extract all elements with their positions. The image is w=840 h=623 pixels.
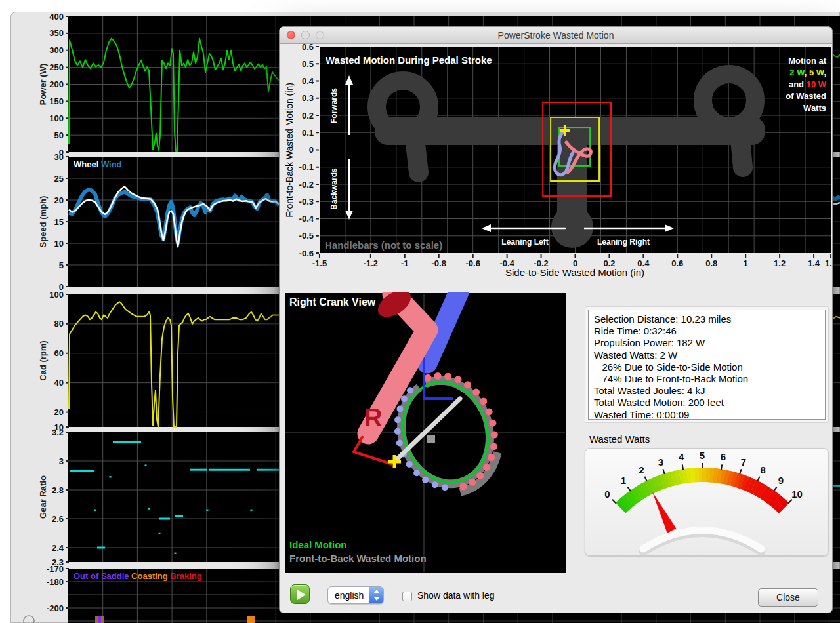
svg-text:25: 25 — [54, 174, 64, 184]
wasted-watts-gauge: 012345678910 — [585, 448, 829, 556]
svg-text:7: 7 — [741, 456, 746, 468]
svg-text:200: 200 — [49, 79, 64, 89]
svg-text:-1.2: -1.2 — [364, 258, 378, 268]
checkbox-label: Show data with leg — [417, 590, 495, 601]
svg-text:-0.2: -0.2 — [299, 180, 314, 190]
svg-text:9: 9 — [778, 475, 784, 486]
partial-icon — [24, 616, 34, 623]
svg-text:0: 0 — [604, 489, 610, 500]
svg-text:30: 30 — [54, 152, 64, 162]
svg-text:6: 6 — [721, 451, 726, 462]
play-button[interactable] — [290, 584, 310, 604]
stat-line: Selection Distance: 10.23 miles — [594, 313, 820, 325]
svg-text:3.2: 3.2 — [52, 428, 64, 437]
ideal-motion-legend: Ideal Motion — [289, 539, 347, 550]
handlebars-label: Handlebars (not to scale) — [325, 239, 442, 251]
svg-text:10: 10 — [791, 489, 803, 500]
close-button[interactable]: Close — [758, 588, 818, 607]
screen: 400350300250200150100500Power (W)3025201… — [0, 0, 840, 623]
wasted-motion-legend: Front-to-Back Wasted Motion — [289, 553, 427, 564]
svg-text:-0.1: -0.1 — [299, 162, 314, 172]
stat-line: Total Wasted Motion: 200 feet — [594, 397, 820, 409]
svg-text:15: 15 — [54, 217, 64, 227]
wasted-motion-chart: -1.5-1.2-1-0.8-0.6-0.4-0.200.20.40.60.81… — [280, 44, 833, 292]
svg-text:0.6: 0.6 — [302, 44, 314, 52]
dropdown-stepper-icon — [369, 587, 383, 603]
svg-text:0.6: 0.6 — [671, 258, 683, 268]
svg-text:10: 10 — [54, 239, 64, 249]
stats-text: Selection Distance: 10.23 milesRide Time… — [588, 310, 826, 420]
svg-text:and 10 W: and 10 W — [789, 79, 827, 89]
language-dropdown[interactable]: english — [327, 586, 384, 604]
gauge-needle — [652, 492, 676, 533]
svg-text:-0.4: -0.4 — [299, 214, 314, 224]
hub-marker — [427, 435, 435, 443]
svg-text:-0.6: -0.6 — [465, 258, 480, 268]
svg-text:-0.5: -0.5 — [299, 231, 314, 241]
svg-text:3: 3 — [59, 456, 64, 466]
stat-line: 74% Due to Front-to-Back Motion — [594, 373, 820, 385]
svg-text:2.8: 2.8 — [52, 485, 64, 495]
stat-line: Propulsion Power: 182 W — [594, 337, 820, 349]
svg-text:150: 150 — [49, 96, 64, 106]
stat-line: Wasted Time: 0:00:09 — [594, 409, 820, 420]
svg-text:Motion at: Motion at — [788, 56, 826, 66]
svg-text:0.4: 0.4 — [302, 76, 314, 86]
stat-line: Total Wasted Joules: 4 kJ — [594, 385, 820, 397]
leaning-right-label: Leaning Right — [597, 237, 650, 247]
right-leg-label: R — [364, 404, 382, 432]
svg-text:5: 5 — [59, 260, 64, 270]
svg-text:-200: -200 — [47, 603, 64, 613]
svg-text:-170: -170 — [47, 564, 64, 574]
svg-text:4: 4 — [679, 451, 684, 462]
svg-text:Wheel Wind: Wheel Wind — [74, 159, 122, 169]
svg-text:250: 250 — [49, 62, 64, 72]
svg-text:Watts: Watts — [803, 103, 826, 113]
x-axis-label: Side-to-Side Wasted Motion (in) — [505, 267, 644, 278]
svg-text:3: 3 — [658, 456, 663, 468]
svg-text:-1: -1 — [401, 258, 409, 268]
svg-text:40: 40 — [54, 378, 64, 388]
svg-text:5: 5 — [700, 450, 705, 461]
svg-text:2: 2 — [639, 464, 644, 475]
stat-line: 26% Due to Side-to-Side Motion — [594, 361, 820, 373]
svg-text:-180: -180 — [47, 577, 64, 587]
forwards-label: Forwards — [329, 88, 339, 123]
gauge-title: Wasted Watts — [589, 433, 650, 445]
svg-text:0.1: 0.1 — [302, 128, 314, 138]
svg-text:50: 50 — [54, 131, 64, 140]
svg-text:0.5: 0.5 — [302, 59, 314, 69]
svg-text:Gear Ratio: Gear Ratio — [38, 475, 48, 519]
svg-text:Speed (mph): Speed (mph) — [38, 196, 48, 248]
svg-text:Power (W): Power (W) — [38, 64, 48, 106]
svg-text:1: 1 — [621, 475, 626, 486]
svg-text:0.8: 0.8 — [705, 258, 717, 268]
svg-text:2.6: 2.6 — [52, 514, 64, 524]
svg-text:-1.5: -1.5 — [312, 258, 327, 268]
show-data-with-leg-checkbox[interactable] — [402, 592, 412, 601]
powerstroke-window: PowerStroke Wasted Motion -1.5-1.2-1-0.8… — [279, 26, 833, 613]
svg-text:1: 1 — [744, 258, 748, 268]
svg-text:350: 350 — [49, 28, 64, 38]
svg-text:0.2: 0.2 — [302, 111, 314, 121]
svg-text:100: 100 — [49, 290, 64, 300]
svg-text:2 W, 5 W,: 2 W, 5 W, — [789, 68, 826, 77]
language-value: english — [335, 590, 364, 601]
svg-text:Out of Saddle Coasting Braking: Out of Saddle Coasting Braking — [74, 571, 202, 581]
backwards-label: Backwards — [329, 168, 339, 210]
crank-view-title: Right Crank View — [289, 296, 376, 308]
crank-view-panel: R Right Crank View Ideal Motion Front-to… — [284, 292, 566, 573]
svg-text:60: 60 — [54, 348, 64, 358]
leaning-left-label: Leaning Left — [501, 237, 548, 247]
svg-text:300: 300 — [49, 45, 64, 55]
svg-text:8: 8 — [760, 464, 765, 475]
svg-text:1.2: 1.2 — [774, 258, 786, 268]
svg-text:1.5: 1.5 — [825, 258, 833, 268]
svg-text:-0.8: -0.8 — [432, 258, 446, 268]
window-titlebar[interactable]: PowerStroke Wasted Motion — [280, 27, 832, 44]
svg-text:-0.6: -0.6 — [299, 249, 314, 258]
chart-title: Wasted Motion During Pedal Stroke — [326, 54, 492, 66]
svg-text:400: 400 — [49, 12, 64, 22]
svg-text:20: 20 — [54, 407, 64, 417]
stats-panel: Selection Distance: 10.23 milesRide Time… — [585, 306, 829, 423]
